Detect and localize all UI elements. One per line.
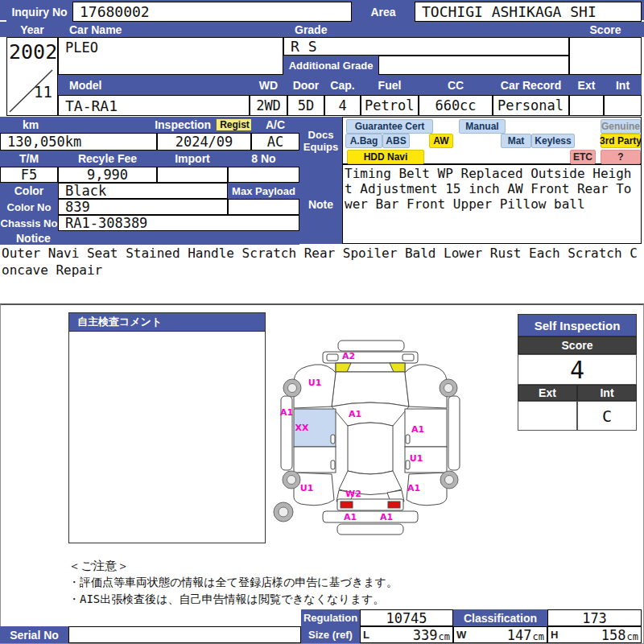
docs-equips-label: Docs Equips [299,117,342,164]
badge-guarantee-cert: Guarantee Cert [346,119,433,134]
inquiry-no-label: Inquiry No [6,2,72,22]
damage-mark: A1 [349,409,361,419]
additional-grade-label: Additional Grade [283,56,378,75]
color-no-value: 839 [58,199,228,215]
color-label: Color [0,183,58,199]
door-value: 5D [287,95,324,116]
year-top: 2002 [9,40,57,64]
tail-light-right [388,502,400,508]
door-handle [331,435,335,444]
chassis-no-value: RA1-308389 [58,215,299,231]
grade-label: Grade [283,22,569,37]
additional-grade-value [378,56,569,75]
self-inspection-int-value: C [577,401,637,431]
badge-3rd-party: 3rd Party [601,134,641,148]
regulation-label: Regulation [301,609,360,626]
cc-label: CC [419,75,493,95]
self-inspection-score-label: Score [518,336,637,354]
import-label: Import [157,151,228,167]
side-sill-right [448,396,460,470]
max-payload-label: Max Payload [228,183,299,199]
inspection-label-text: Inspection [155,118,211,131]
cc-value: 660cc [419,95,493,116]
model-value: TA-RA1 [58,95,250,116]
size-l-cell: L 339cm [360,626,453,643]
import-value [157,167,228,183]
badge-mat: Mat [501,134,531,148]
door-handle [406,435,410,444]
cap-value: 4 [324,95,361,116]
eight-no-value [228,167,299,183]
size-ref-label: Size (ref) [301,626,360,643]
ac-value: AC [251,133,299,151]
year-diagonal-graphic: 2002 11 [7,38,57,115]
damage-mark: A1 [280,407,293,418]
notice-label: Notice [0,231,299,245]
badge-airbag: A.Bag [345,134,382,148]
size-w-cell: W 147cm [453,626,547,643]
badge-genuine: Genuine [601,119,641,134]
size-w-value: 147cm [507,627,544,643]
damage-mark: A1 [411,424,424,435]
year-value: 2002 11 [6,37,58,116]
auction-sheet: Inquiry No 17680002 Area TOCHIGI ASHIKAG… [0,0,644,644]
self-inspection-int-label: Int [577,385,637,401]
km-label: km [0,117,157,133]
badge-hdd-navi: HDD Navi [347,150,424,164]
door-handle [331,460,335,469]
size-h-letter: H [551,629,558,641]
front-lamp-left [327,354,338,361]
self-inspection-title: Self Inspection [518,314,637,336]
car-record-label: Car Record [493,75,569,95]
caution-line1: ・評価点等車両状態の情報は全て登録店様の申告に基づきます。 [68,576,584,590]
rear-bumper-bottom [337,524,403,535]
model-label: Model [58,75,250,95]
damage-mark: A1 [407,483,420,493]
tm-value: F5 [0,167,58,183]
car-name-value: PLEO [58,37,283,75]
damage-mark: U1 [308,378,322,388]
badge-aw: AW [429,134,453,148]
size-w-letter: W [456,629,466,641]
caution-line2: ・AIS出張検査後は、自己申告情報は閲覧できなくなります。 [68,592,584,607]
hood [332,372,409,407]
size-h-cell: H 158cm [547,626,642,643]
damage-mark: A1 [344,512,357,522]
front-bumper-top [338,341,404,351]
max-payload-value [228,199,299,215]
color-no-label: Color No [0,199,58,215]
wd-label: WD [250,75,287,95]
year-bottom: 11 [34,83,52,101]
km-value: 130,050km [0,133,157,151]
self-check-comment-body [68,332,266,543]
eight-no-label: 8 No [228,151,299,167]
serial-no-value [68,626,301,643]
roof [348,423,393,474]
inspection-value: 2024/09 [157,133,251,151]
damage-mark: XX [295,423,309,433]
regulation-value: 10745 [360,609,453,626]
year-label: Year [6,22,58,37]
grade-value: R S [283,37,569,56]
docs-label-line2: Equips [303,141,338,153]
self-inspection-score-value: 4 [518,354,637,385]
int-value [604,95,642,116]
damage-mark: W2 [345,489,361,499]
area-label: Area [352,2,415,22]
car-record-value: Personal [493,95,569,116]
damage-mark: U1 [410,453,423,464]
badge-manual: Manual [459,119,506,134]
rear-bumper [323,511,418,522]
car-damage-diagram: A2 U1 A1 A1 XX A1 U1 U1 A1 W2 A1 A1 [270,334,471,547]
front-lamp-right [402,354,414,361]
classification-label: Classification [453,609,547,626]
self-check-comment-title: 自主検査コメント [68,312,266,332]
ext-label: Ext [569,75,604,95]
notice-text: Outer Navi Seat Stained Handle Scratch R… [0,245,642,280]
car-name-label: Car Name [58,22,283,37]
score-value [569,37,642,75]
inspection-label: Inspection Regist [157,117,251,133]
note-label: Note [299,164,342,244]
inquiry-no-value: 17680002 [72,2,352,22]
self-inspection-ext-value [518,401,577,431]
